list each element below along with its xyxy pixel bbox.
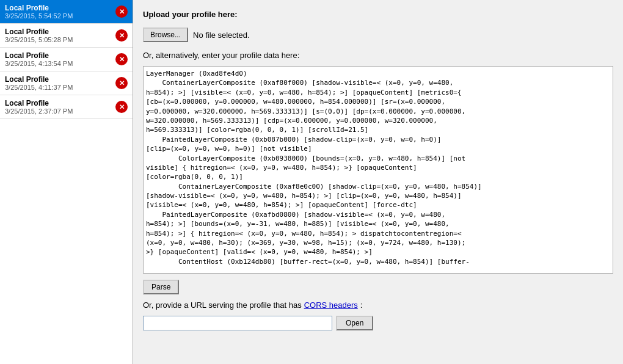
sidebar-item-title-1: Local Profile <box>5 4 73 12</box>
or-alternatively-label: Or, alternatively, enter your profile da… <box>143 51 613 60</box>
remove-item-button-1[interactable]: ✕ <box>115 5 128 18</box>
cors-link[interactable]: CORS headers <box>304 300 358 310</box>
open-button[interactable]: Open <box>336 316 373 330</box>
sidebar-item-info-3: Local Profile3/25/2015, 4:13:54 PM <box>5 51 73 67</box>
sidebar-item-date-5: 3/25/2015, 2:37:07 PM <box>5 107 73 115</box>
remove-item-button-4[interactable]: ✕ <box>115 77 128 89</box>
cors-prefix-text: Or, provide a URL serving the profile th… <box>143 300 302 310</box>
sidebar-item-2[interactable]: Local Profile3/25/2015, 5:05:28 PM✕ <box>0 24 133 48</box>
browse-row: Browse... No file selected. <box>143 27 613 42</box>
sidebar-item-title-3: Local Profile <box>5 51 73 60</box>
browse-button[interactable]: Browse... <box>143 27 188 42</box>
cors-row: Or, provide a URL serving the profile th… <box>143 300 613 310</box>
sidebar-item-4[interactable]: Local Profile3/25/2015, 4:11:37 PM✕ <box>0 71 133 95</box>
main-content: Upload your profile here: Browse... No f… <box>133 0 623 364</box>
sidebar-item-5[interactable]: Local Profile3/25/2015, 2:37:07 PM✕ <box>0 95 133 119</box>
profile-data-container <box>143 66 613 274</box>
sidebar-item-date-2: 3/25/2015, 5:05:28 PM <box>5 36 73 43</box>
sidebar-item-title-4: Local Profile <box>5 75 73 84</box>
parse-button[interactable]: Parse <box>143 280 179 294</box>
sidebar-item-info-2: Local Profile3/25/2015, 5:05:28 PM <box>5 27 73 43</box>
sidebar-item-1[interactable]: Local Profile3/25/2015, 5:54:52 PM✕ <box>0 0 133 24</box>
cors-suffix-text: : <box>360 300 363 310</box>
remove-item-button-2[interactable]: ✕ <box>115 29 128 42</box>
sidebar-item-date-1: 3/25/2015, 5:54:52 PM <box>5 12 73 20</box>
no-file-text: No file selected. <box>193 31 250 40</box>
sidebar-item-title-2: Local Profile <box>5 27 73 36</box>
remove-item-button-5[interactable]: ✕ <box>115 101 128 113</box>
upload-label: Upload your profile here: <box>143 10 613 19</box>
sidebar-item-info-4: Local Profile3/25/2015, 4:11:37 PM <box>5 75 73 91</box>
sidebar-item-3[interactable]: Local Profile3/25/2015, 4:13:54 PM✕ <box>0 48 133 71</box>
sidebar-item-title-5: Local Profile <box>5 99 73 107</box>
sidebar-item-date-4: 3/25/2015, 4:11:37 PM <box>5 84 73 91</box>
profile-textarea[interactable] <box>144 67 613 273</box>
sidebar-item-info-1: Local Profile3/25/2015, 5:54:52 PM <box>5 4 73 20</box>
url-input[interactable] <box>143 316 332 330</box>
sidebar: Local Profile3/25/2015, 5:54:52 PM✕Local… <box>0 0 133 364</box>
sidebar-item-info-5: Local Profile3/25/2015, 2:37:07 PM <box>5 99 73 115</box>
sidebar-item-date-3: 3/25/2015, 4:13:54 PM <box>5 60 73 67</box>
url-row: Open <box>143 316 613 330</box>
remove-item-button-3[interactable]: ✕ <box>115 53 128 65</box>
